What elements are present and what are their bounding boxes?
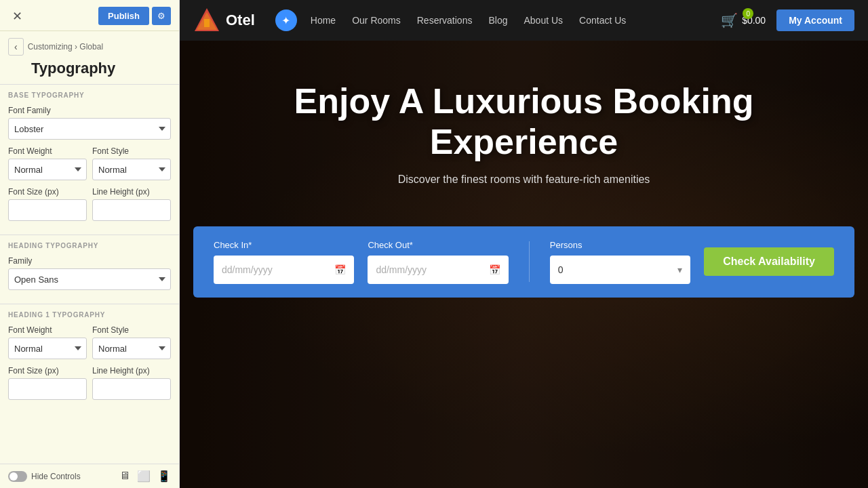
booking-divider xyxy=(529,241,530,282)
persons-value: 0 xyxy=(558,264,564,275)
persons-field: Persons 0 ▾ xyxy=(550,240,690,284)
base-typography-label: BASE TYPOGRAPHY xyxy=(8,92,171,99)
base-font-family-label: Font Family xyxy=(8,106,171,115)
customizer-panel: ✕ Publish ⚙ ‹ Customizing › Global Typog… xyxy=(0,0,180,488)
cart-icon: 🛒 xyxy=(721,12,738,28)
checkin-input[interactable]: dd/mm/yyyy 📅 xyxy=(214,256,354,284)
h1-font-style-select[interactable]: Normal Italic xyxy=(92,338,171,359)
checkout-value: dd/mm/yyyy xyxy=(376,264,427,275)
page-title-area: Typography xyxy=(0,58,179,84)
hero-section: Enjoy A Luxurious Booking Experience Dis… xyxy=(180,41,868,488)
tablet-view-icon[interactable]: ⬜ xyxy=(137,470,151,483)
checkout-field: Check Out* dd/mm/yyyy 📅 xyxy=(368,240,508,284)
site-preview: Otel ✦ Home Our Rooms Reservations Blog … xyxy=(180,0,868,488)
nav-blog[interactable]: Blog xyxy=(488,15,507,26)
hero-subtitle: Discover the finest rooms with feature-r… xyxy=(207,174,841,186)
booking-bar: Check In* dd/mm/yyyy 📅 Check Out* dd/mm/… xyxy=(193,226,854,298)
h1-font-style-label: Font Style xyxy=(92,325,171,335)
my-account-button[interactable]: My Account xyxy=(776,9,854,31)
heading-font-family-label: Family xyxy=(8,256,171,266)
close-button[interactable]: ✕ xyxy=(8,7,26,25)
site-logo: Otel xyxy=(193,7,255,34)
check-availability-button[interactable]: Check Availability xyxy=(704,247,834,276)
persons-chevron-icon: ▾ xyxy=(677,264,682,275)
nav-contact-us[interactable]: Contact Us xyxy=(579,15,626,26)
hero-title: Enjoy A Luxurious Booking Experience xyxy=(207,81,841,163)
persons-select[interactable]: 0 ▾ xyxy=(550,256,690,284)
hero-content: Enjoy A Luxurious Booking Experience Dis… xyxy=(180,41,868,226)
base-font-style-select[interactable]: Normal Italic xyxy=(92,159,171,180)
compass-icon: ✦ xyxy=(275,9,297,31)
logo-icon xyxy=(193,7,220,34)
base-line-height-label: Line Height (px) xyxy=(92,187,171,197)
toggle-switch[interactable] xyxy=(8,471,27,482)
breadcrumb-area: ‹ Customizing › Global xyxy=(0,31,179,58)
panel-header: ✕ Publish ⚙ xyxy=(0,0,179,31)
view-icons: 🖥 ⬜ 📱 xyxy=(119,470,171,483)
hide-controls-label: Hide Controls xyxy=(31,472,81,481)
panel-footer: Hide Controls 🖥 ⬜ 📱 xyxy=(0,464,179,488)
h1-line-height-input[interactable]: 48 xyxy=(92,378,171,400)
h1-font-weight-label: Font Weight xyxy=(8,325,87,335)
checkin-calendar-icon: 📅 xyxy=(334,264,346,275)
back-button[interactable]: ‹ xyxy=(8,38,24,56)
breadcrumb: Customizing › Global xyxy=(28,42,103,52)
base-font-family-select[interactable]: Lobster Open Sans Roboto xyxy=(8,118,171,140)
checkout-label: Check Out* xyxy=(368,240,508,250)
base-font-size-label: Font Size (px) xyxy=(8,187,87,197)
checkin-value: dd/mm/yyyy xyxy=(222,264,273,275)
base-font-weight-label: Font Weight xyxy=(8,146,87,156)
h1-font-size-label: Font Size (px) xyxy=(8,366,87,375)
svg-rect-2 xyxy=(204,19,210,27)
base-font-weight-select[interactable]: Normal Bold xyxy=(8,159,87,180)
heading-font-family-select[interactable]: Open Sans Lobster Roboto xyxy=(8,268,171,290)
heading-typography-section: HEADING TYPOGRAPHY Family Open Sans Lobs… xyxy=(0,235,179,304)
publish-button[interactable]: Publish xyxy=(98,7,149,25)
nav-right: 🛒 0 $0.00 My Account xyxy=(721,9,854,31)
nav-links: Home Our Rooms Reservations Blog About U… xyxy=(311,15,721,26)
cart-area[interactable]: 🛒 0 $0.00 xyxy=(721,12,766,28)
base-line-height-input[interactable]: 20 xyxy=(92,199,171,221)
nav-home[interactable]: Home xyxy=(311,15,336,26)
logo-text: Otel xyxy=(226,12,255,29)
settings-button[interactable]: ⚙ xyxy=(152,7,171,25)
base-font-style-label: Font Style xyxy=(92,146,171,156)
h1-typography-section: HEADING 1 TYPOGRAPHY Font Weight Normal … xyxy=(0,304,179,413)
nav-our-rooms[interactable]: Our Rooms xyxy=(352,15,401,26)
site-navbar: Otel ✦ Home Our Rooms Reservations Blog … xyxy=(180,0,868,41)
mobile-view-icon[interactable]: 📱 xyxy=(157,470,171,483)
nav-reservations[interactable]: Reservations xyxy=(417,15,473,26)
checkin-label: Check In* xyxy=(214,240,354,250)
h1-typography-label: HEADING 1 TYPOGRAPHY xyxy=(8,311,171,319)
nav-about-us[interactable]: About Us xyxy=(524,15,563,26)
h1-line-height-label: Line Height (px) xyxy=(92,366,171,375)
checkout-calendar-icon: 📅 xyxy=(489,264,500,275)
checkout-input[interactable]: dd/mm/yyyy 📅 xyxy=(368,256,508,284)
base-font-size-input[interactable]: 16 xyxy=(8,199,87,221)
persons-label: Persons xyxy=(550,240,690,250)
h1-font-size-input[interactable]: 40 xyxy=(8,378,87,400)
h1-font-weight-select[interactable]: Normal Bold xyxy=(8,338,87,359)
hide-controls-toggle[interactable]: Hide Controls xyxy=(8,471,81,482)
checkin-field: Check In* dd/mm/yyyy 📅 xyxy=(214,240,354,284)
page-title: Typography xyxy=(31,60,171,77)
heading-typography-label: HEADING TYPOGRAPHY xyxy=(8,242,171,249)
base-typography-section: BASE TYPOGRAPHY Font Family Lobster Open… xyxy=(0,85,179,235)
desktop-view-icon[interactable]: 🖥 xyxy=(119,470,130,483)
